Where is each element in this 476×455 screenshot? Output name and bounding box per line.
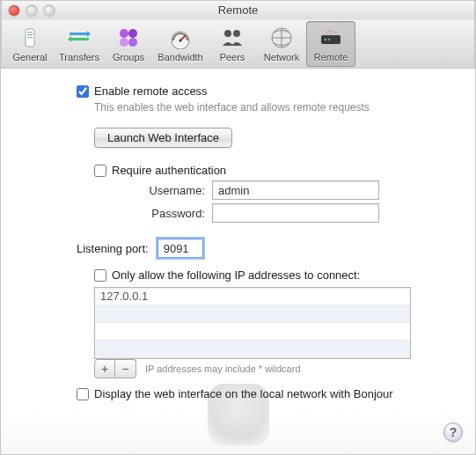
svg-point-19 [325, 39, 326, 40]
tab-label: Groups [113, 52, 144, 62]
bonjour-label: Display the web interface on the local n… [94, 387, 393, 400]
tab-peers[interactable]: Peers [208, 21, 257, 67]
groups-icon [115, 26, 142, 50]
tab-transfers[interactable]: Transfers [55, 21, 104, 67]
svg-rect-18 [321, 35, 341, 44]
svg-rect-3 [27, 37, 33, 38]
tab-label: Transfers [59, 52, 99, 62]
svg-point-16 [233, 30, 240, 37]
ip-allow-checkbox[interactable] [94, 269, 106, 282]
svg-point-9 [128, 29, 137, 38]
svg-point-15 [224, 30, 231, 37]
tab-label: Network [264, 52, 299, 62]
svg-point-10 [120, 38, 128, 47]
tab-bandwidth[interactable]: Bandwidth [153, 21, 208, 67]
list-item[interactable] [95, 305, 410, 323]
bandwidth-icon [167, 26, 194, 50]
svg-rect-1 [27, 32, 33, 33]
svg-marker-6 [87, 31, 91, 37]
enable-remote-hint: This enables the web interface and allow… [94, 101, 450, 114]
peers-icon [219, 26, 245, 50]
listening-port-label: Listening port: [77, 242, 149, 255]
username-label: Username: [117, 184, 205, 197]
general-icon [17, 26, 43, 50]
remote-icon [318, 26, 344, 50]
tab-remote[interactable]: Remote [306, 21, 355, 67]
window-title: Remote [2, 4, 474, 17]
list-item[interactable]: 127.0.0.1 [95, 288, 410, 305]
preferences-toolbar: General Transfers Groups Bandwidth Peers [1, 19, 475, 69]
list-item[interactable] [95, 341, 410, 358]
add-ip-button[interactable]: + [94, 359, 115, 378]
tab-general[interactable]: General [5, 21, 55, 67]
password-label: Password: [117, 207, 205, 220]
list-item[interactable] [95, 323, 410, 341]
tab-network[interactable]: Network [257, 21, 306, 67]
svg-point-14 [179, 40, 182, 42]
enable-remote-checkbox[interactable] [77, 85, 89, 98]
enable-remote-label: Enable remote access [94, 84, 208, 98]
network-icon [268, 26, 295, 50]
tab-label: Bandwidth [157, 52, 202, 62]
svg-rect-4 [70, 33, 89, 35]
listening-port-field[interactable] [157, 239, 203, 258]
require-auth-label: Require authentication [112, 164, 226, 177]
svg-rect-2 [27, 34, 33, 35]
username-field[interactable] [212, 180, 379, 200]
bonjour-checkbox[interactable] [77, 388, 89, 400]
transfers-icon [66, 26, 92, 50]
svg-rect-5 [70, 38, 89, 40]
launch-web-interface-button[interactable]: Launch Web Interface [94, 128, 232, 148]
svg-point-8 [120, 29, 128, 38]
ip-wildcard-hint: IP addresses may include * wildcard [145, 363, 301, 374]
remove-ip-button[interactable]: − [115, 359, 136, 378]
tab-label: Remote [314, 52, 348, 62]
svg-marker-7 [68, 36, 71, 42]
password-field[interactable] [212, 203, 379, 223]
require-auth-checkbox[interactable] [94, 165, 106, 177]
svg-point-11 [128, 38, 137, 47]
tab-label: Peers [220, 52, 245, 62]
help-button[interactable]: ? [443, 422, 463, 442]
help-icon: ? [450, 425, 458, 439]
remote-pane: Enable remote access This enables the we… [1, 69, 475, 400]
titlebar: Remote [1, 0, 475, 19]
background-watermark [1, 401, 475, 454]
tab-label: General [12, 52, 47, 62]
ip-allow-label: Only allow the following IP addresses to… [112, 268, 360, 282]
ip-address-list[interactable]: 127.0.0.1 [94, 287, 411, 359]
tab-groups[interactable]: Groups [104, 21, 153, 67]
svg-point-20 [328, 39, 330, 40]
